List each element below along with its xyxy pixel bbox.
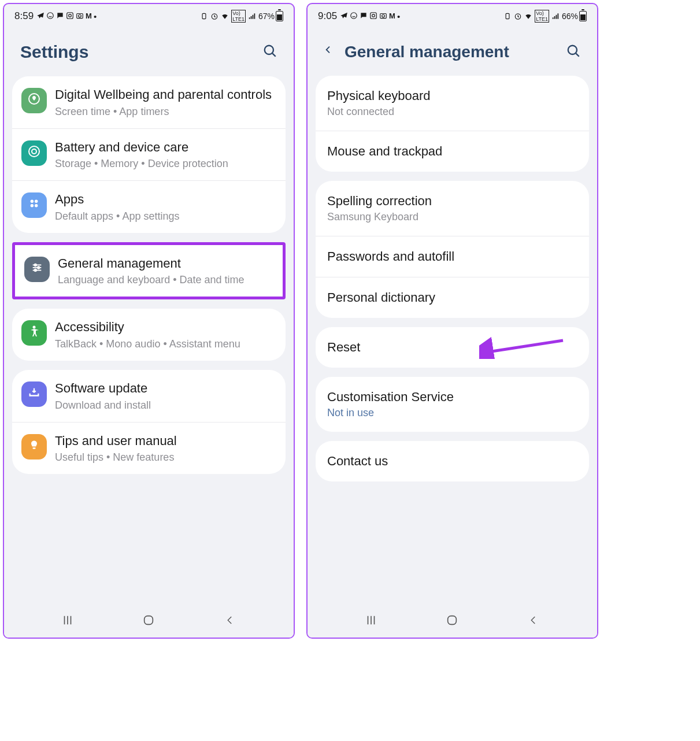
status-bar: 9:05 M • Vo)LTE1 66% <box>308 4 597 25</box>
setting-item-tips-manual[interactable]: Tips and user manual Useful tips • New f… <box>12 423 286 475</box>
svg-point-32 <box>382 14 385 17</box>
digital-wellbeing-icon <box>21 88 47 113</box>
svg-point-22 <box>33 326 36 329</box>
settings-card: Customisation ServiceNot in use <box>316 377 589 432</box>
camera-icon <box>76 12 84 20</box>
battery-percent: 66% <box>562 12 578 21</box>
general-management-list: Physical keyboardNot connectedMouse and … <box>308 76 597 603</box>
setting-item-digital-wellbeing[interactable]: Digital Wellbeing and parental controls … <box>12 76 286 129</box>
item-title: General management <box>58 255 273 272</box>
svg-point-28 <box>351 12 357 18</box>
setting-item-mouse-trackpad[interactable]: Mouse and trackpad <box>316 131 589 172</box>
signal-icon <box>551 12 560 20</box>
setting-item-physical-keyboard[interactable]: Physical keyboardNot connected <box>316 76 589 131</box>
svg-point-4 <box>79 14 82 17</box>
item-title: Customisation Service <box>327 390 577 405</box>
chat-icon <box>360 12 368 20</box>
svg-point-0 <box>47 12 54 18</box>
status-time: 9:05 <box>318 10 337 22</box>
svg-rect-33 <box>506 13 509 18</box>
item-subtitle: Not connected <box>327 106 577 118</box>
svg-point-35 <box>568 45 577 54</box>
recent-apps-button[interactable] <box>59 613 76 627</box>
signal-icon <box>248 12 256 20</box>
setting-item-passwords-autofill[interactable]: Passwords and autofill <box>316 236 589 277</box>
gmail-icon: M <box>389 12 395 21</box>
settings-card: Contact us <box>316 441 589 481</box>
svg-point-14 <box>31 204 34 208</box>
phone-right-general-management: 9:05 M • Vo)LTE1 66% General <box>306 3 598 639</box>
nav-bar <box>308 603 597 638</box>
volte-icon: Vo)LTE1 <box>231 10 246 23</box>
settings-card: Digital Wellbeing and parental controls … <box>12 76 286 233</box>
gmail-icon: M <box>86 12 92 21</box>
item-subtitle: Download and install <box>55 399 276 412</box>
svg-rect-5 <box>202 13 206 18</box>
telegram-icon <box>36 12 45 20</box>
instagram-icon <box>369 12 377 20</box>
battery-care-icon <box>21 140 47 166</box>
camera-icon <box>379 12 387 20</box>
header: General management <box>308 25 597 76</box>
item-title: Battery and device care <box>55 139 276 156</box>
search-button[interactable] <box>566 43 581 61</box>
setting-item-personal-dictionary[interactable]: Personal dictionary <box>316 277 589 318</box>
svg-point-12 <box>31 200 34 203</box>
settings-card: Spelling correctionSamsung KeyboardPassw… <box>316 181 589 318</box>
search-button[interactable] <box>262 43 277 61</box>
phone-left-settings: 8:59 M • Vo)LTE1 67% Settings <box>3 3 295 639</box>
item-subtitle: Storage • Memory • Device protection <box>55 158 276 170</box>
setting-item-battery-care[interactable]: Battery and device care Storage • Memory… <box>12 129 286 181</box>
setting-item-spelling-correction[interactable]: Spelling correctionSamsung Keyboard <box>316 181 589 236</box>
alarm-icon <box>514 12 522 20</box>
back-button[interactable] <box>324 42 333 61</box>
setting-item-reset[interactable]: Reset <box>316 327 589 368</box>
status-app-icons: M • <box>36 12 97 21</box>
apps-icon <box>21 192 47 218</box>
svg-point-13 <box>35 200 38 203</box>
whatsapp-icon <box>350 12 358 20</box>
settings-card: Software update Download and install Tip… <box>12 370 286 474</box>
status-app-icons: M • <box>340 12 400 21</box>
item-title: Passwords and autofill <box>327 249 577 264</box>
instagram-icon <box>66 12 74 20</box>
general-management-icon <box>24 257 50 282</box>
software-update-icon <box>21 381 47 407</box>
battery-percent: 67% <box>258 12 275 21</box>
setting-item-general-management[interactable]: General management Language and keyboard… <box>15 245 283 297</box>
whatsapp-icon <box>46 12 54 20</box>
item-title: Mouse and trackpad <box>327 144 577 159</box>
back-button[interactable] <box>525 613 542 627</box>
svg-point-30 <box>372 14 375 17</box>
home-button[interactable] <box>443 613 461 627</box>
setting-item-accessibility[interactable]: Accessibility TalkBack • Mono audio • As… <box>12 309 286 361</box>
accessibility-icon <box>21 320 47 346</box>
wifi-icon <box>524 12 532 20</box>
setting-item-apps[interactable]: Apps Default apps • App settings <box>12 181 286 233</box>
svg-rect-1 <box>67 12 73 18</box>
item-subtitle: TalkBack • Mono audio • Assistant menu <box>55 338 276 350</box>
item-subtitle: Language and keyboard • Date and time <box>58 274 273 286</box>
svg-point-11 <box>32 149 36 154</box>
setting-item-contact-us[interactable]: Contact us <box>316 441 589 481</box>
svg-rect-29 <box>371 12 377 18</box>
recent-apps-button[interactable] <box>362 613 380 627</box>
settings-list: Digital Wellbeing and parental controls … <box>4 76 294 603</box>
search-icon <box>566 43 581 58</box>
item-title: Digital Wellbeing and parental controls <box>55 87 276 103</box>
svg-point-19 <box>34 264 36 266</box>
svg-point-7 <box>265 46 273 54</box>
chat-icon <box>56 12 64 20</box>
setting-item-customisation-service[interactable]: Customisation ServiceNot in use <box>316 377 589 432</box>
battery-icon <box>579 11 587 21</box>
home-button[interactable] <box>140 613 157 627</box>
setting-item-software-update[interactable]: Software update Download and install <box>12 370 286 423</box>
battery-icon <box>276 11 283 21</box>
page-title: General management <box>345 43 509 61</box>
back-button[interactable] <box>221 613 239 627</box>
chevron-left-icon <box>324 42 333 57</box>
svg-line-36 <box>576 53 579 56</box>
svg-point-21 <box>34 269 36 272</box>
nav-bar <box>4 603 294 638</box>
item-title: Software update <box>55 380 276 397</box>
